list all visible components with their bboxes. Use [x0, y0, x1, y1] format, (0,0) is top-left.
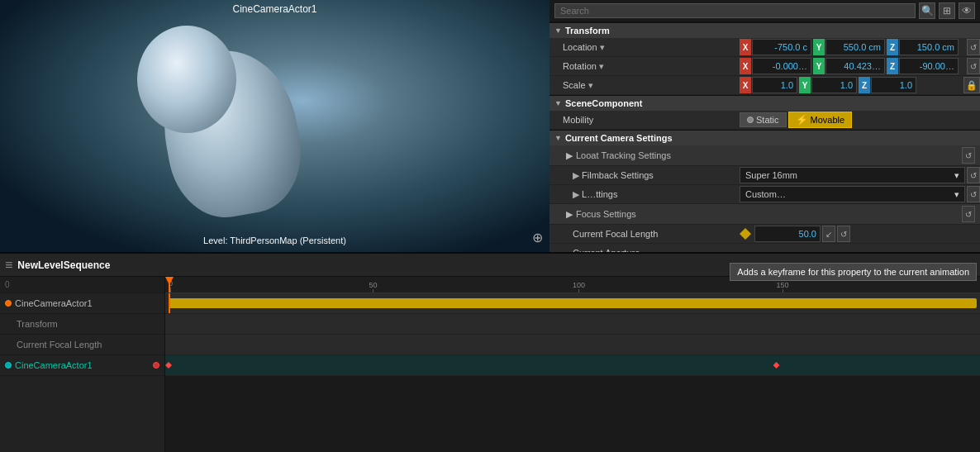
lens-dropdown[interactable]: Custom…▾ [740, 186, 965, 202]
track1-kf-dot [5, 300, 12, 307]
rz-axis-label: Z [887, 58, 898, 74]
scene-component-arrow-icon: ▼ [554, 99, 562, 107]
camera-settings-section[interactable]: ▼ Current Camera Settings [549, 130, 980, 145]
ruler-label-100: 100 [573, 281, 585, 289]
ruler-tick-0 [170, 288, 171, 293]
search-input[interactable] [554, 3, 916, 18]
movable-label: Movable [811, 115, 845, 125]
rotation-row: Rotation ▾ X Y Z [549, 57, 980, 76]
location-label[interactable]: Location ▾ [549, 42, 740, 53]
keyframe-left [165, 362, 172, 369]
mobility-controls: Static ⚡ Movable [740, 112, 980, 128]
properties-panel: 🔍 ⊞ 👁 ▼ Transform Location ▾ X [549, 0, 980, 252]
scale-y-input[interactable] [811, 77, 857, 93]
track-playhead-1 [169, 293, 170, 313]
rotation-x-input[interactable] [752, 58, 811, 74]
rotation-z-input[interactable] [899, 58, 959, 74]
lookat-row[interactable]: ▶ Looat Tracking Settings ↺ [549, 145, 980, 166]
rotation-controls: X Y Z ↺ [740, 58, 980, 74]
track-bar-1 [169, 298, 977, 308]
location-x-input[interactable] [752, 39, 811, 55]
seq-main: 0 50 100 150 [165, 277, 980, 452]
scale-label[interactable]: Scale ▾ [549, 80, 740, 91]
lens-reset-btn[interactable]: ↺ [967, 186, 980, 202]
camera-settings-arrow-icon: ▼ [554, 134, 562, 142]
scene-component-section[interactable]: ▼ SceneComponent [549, 95, 980, 111]
rx-axis-label: X [740, 58, 751, 74]
location-y-input[interactable] [825, 39, 885, 55]
location-z-input[interactable] [899, 39, 959, 55]
sequencer-area: ≡ NewLevelSequence 0 CineCameraActor1 Tr… [0, 252, 980, 452]
transform-section-header[interactable]: ▼ Transform [549, 22, 980, 38]
focus-settings-row[interactable]: ▶ Focus Settings ↺ [549, 204, 980, 225]
z-axis-label: Z [887, 39, 898, 55]
focal-length-input[interactable] [754, 226, 821, 242]
sequencer-title: NewLevelSequence [17, 259, 110, 271]
scale-row: Scale ▾ X Y Z [549, 76, 980, 95]
search-icon-btn[interactable]: 🔍 [919, 2, 935, 19]
seq-left-panel: 0 CineCameraActor1 Transform Current Foc… [0, 277, 165, 452]
rotation-y-input[interactable] [825, 58, 885, 74]
rotation-reset-btn[interactable]: ↺ [967, 58, 980, 74]
track1-label: CineCameraActor1 [15, 298, 93, 308]
filmback-reset-btn[interactable]: ↺ [967, 167, 980, 183]
lens-row: ▶ L…ttings Custom…▾ ↺ [549, 185, 980, 204]
ruler-tick-50 [373, 289, 373, 293]
track4-kf-dot-left [5, 362, 12, 369]
props-scroll: ▼ Transform Location ▾ X Y [549, 22, 980, 252]
track-label-1[interactable]: CineCameraActor1 [0, 293, 164, 314]
transform-section-label: Transform [565, 26, 610, 36]
filmback-arrow-icon: ▶ [573, 170, 579, 180]
focal-length-keyframe-btn[interactable] [740, 228, 751, 240]
playhead[interactable] [169, 277, 170, 293]
mobility-label: Mobility [549, 115, 740, 125]
lens-arrow-icon: ▶ [573, 189, 579, 199]
viewport-title: CineCameraActor1 [232, 3, 316, 15]
ruler-mark-150: 150 [777, 281, 789, 293]
focal-length-reset-btn[interactable]: ↙ [822, 226, 835, 242]
y-axis-label: Y [813, 39, 825, 55]
focal-length-row: Current Focal Length ↙ ↺ [549, 225, 980, 244]
focal-length-reset2-btn[interactable]: ↺ [837, 226, 850, 242]
rotation-label[interactable]: Rotation ▾ [549, 61, 740, 72]
focus-settings-arrow-icon: ▶ [566, 209, 573, 220]
location-row: Location ▾ X Y Z [549, 38, 980, 57]
search-bar: 🔍 ⊞ 👁 [549, 0, 980, 22]
focus-settings-reset-btn[interactable]: ↺ [962, 206, 975, 222]
scene-component-label: SceneComponent [565, 98, 643, 108]
focus-settings-label: Focus Settings [576, 209, 636, 219]
lookat-reset-btn[interactable]: ↺ [962, 147, 975, 164]
scale-x-input[interactable] [752, 77, 797, 93]
track-row-3[interactable] [165, 335, 980, 355]
grid-icon-btn[interactable]: ⊞ [939, 2, 955, 19]
lookat-arrow-icon: ▶ [566, 150, 573, 161]
scale-controls: X Y Z 🔒 [740, 77, 980, 93]
track-label-2[interactable]: Transform [0, 314, 164, 335]
track-row-4[interactable] [165, 355, 980, 376]
sequencer-menu-icon[interactable]: ≡ [5, 258, 12, 273]
eye-icon-btn[interactable]: 👁 [959, 2, 975, 19]
aperture-row: Current Aperture [549, 244, 980, 252]
seq-tracks [165, 293, 980, 452]
viewport[interactable]: CineCameraActor1 Level: ThirdPersonMap (… [0, 0, 549, 252]
filmback-dropdown[interactable]: Super 16mm▾ [740, 167, 965, 183]
track-row-2[interactable] [165, 314, 980, 335]
sz-axis-label: Z [859, 77, 870, 93]
track4-label: CineCameraActor1 [15, 360, 93, 370]
lookat-label: Looat Tracking Settings [576, 150, 671, 160]
track-label-3[interactable]: Current Focal Length [0, 335, 164, 355]
static-option[interactable]: Static [740, 112, 787, 127]
track-label-4[interactable]: CineCameraActor1 [0, 355, 164, 376]
track-row-1[interactable] [165, 293, 980, 314]
focal-length-label: Current Focal Length [549, 229, 740, 239]
location-reset-btn[interactable]: ↺ [967, 39, 980, 55]
ruler-label-50: 50 [369, 281, 378, 289]
track3-label: Current Focal Length [17, 340, 102, 350]
filmback-row: ▶ Filmback Settings Super 16mm▾ ↺ [549, 166, 980, 185]
seq-ruler-zero: 0 [5, 280, 10, 289]
x-axis-label: X [740, 39, 751, 55]
scale-lock-btn[interactable]: 🔒 [963, 77, 980, 93]
scale-z-input[interactable] [871, 77, 916, 93]
movable-option[interactable]: ⚡ Movable [788, 112, 853, 128]
sy-axis-label: Y [799, 77, 811, 93]
